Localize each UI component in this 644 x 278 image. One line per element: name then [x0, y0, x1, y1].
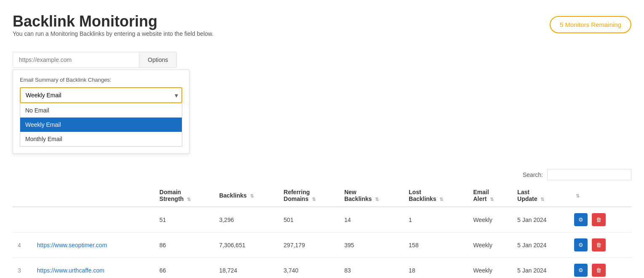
col-new-backlinks: NewBacklinks ⇅	[339, 184, 404, 207]
col-num	[13, 184, 32, 207]
cell-lost-backlinks: 158	[404, 233, 468, 258]
site-link-anchor[interactable]: https://www.seoptimer.com	[37, 242, 107, 249]
site-link-anchor[interactable]: https://www.urthcaffe.com	[37, 267, 104, 274]
cell-email-alert: Weekly	[468, 207, 512, 233]
sort-icon-last-update[interactable]: ⇅	[540, 197, 544, 202]
delete-button[interactable]: 🗑	[592, 264, 606, 277]
cell-row-num	[13, 207, 32, 233]
cell-domain-strength: 86	[154, 233, 214, 258]
cell-actions: ⚙🗑	[569, 258, 631, 278]
cell-last-update: 5 Jan 2024	[512, 258, 569, 278]
trash-icon: 🗑	[596, 242, 601, 248]
search-input[interactable]	[547, 169, 631, 180]
sort-icon-actions[interactable]: ⇅	[576, 193, 580, 199]
action-buttons: ⚙🗑	[574, 238, 626, 251]
col-last-update: LastUpdate ⇅	[512, 184, 569, 207]
cell-row-num: 4	[13, 233, 32, 258]
options-tab-button[interactable]: Options	[139, 52, 177, 68]
cell-actions: ⚙🗑	[569, 233, 631, 258]
sort-icon-referring[interactable]: ⇅	[312, 197, 316, 202]
email-options-panel: Email Summary of Backlink Changes: No Em…	[13, 70, 189, 154]
cell-new-backlinks: 14	[339, 207, 404, 233]
action-buttons: ⚙🗑	[574, 264, 626, 277]
sort-icon-domain[interactable]: ⇅	[187, 197, 191, 202]
cell-actions: ⚙🗑	[569, 207, 631, 233]
cell-referring-domains: 297,179	[279, 233, 339, 258]
trash-icon: 🗑	[596, 217, 601, 223]
sort-icon-new[interactable]: ⇅	[375, 197, 379, 202]
dropdown-options-list: No Email Weekly Email Monthly Email	[20, 103, 182, 147]
dropdown-option-monthly-email[interactable]: Monthly Email	[20, 132, 182, 146]
cell-referring-domains: 501	[279, 207, 339, 233]
col-lost-backlinks: LostBacklinks ⇅	[404, 184, 468, 207]
col-url	[32, 184, 154, 207]
url-input[interactable]	[13, 52, 139, 68]
table-row: 3https://www.urthcaffe.com6618,7243,7408…	[13, 258, 631, 278]
col-domain-strength: DomainStrength ⇅	[154, 184, 214, 207]
gear-icon: ⚙	[578, 267, 583, 273]
page-subtitle: You can run a Monitoring Backlinks by en…	[13, 30, 213, 37]
dropdown-label: Email Summary of Backlink Changes:	[20, 77, 182, 83]
cell-backlinks: 7,306,651	[214, 233, 279, 258]
cell-email-alert: Weekly	[468, 233, 512, 258]
table-row: 4https://www.seoptimer.com867,306,651297…	[13, 233, 631, 258]
table-row: 513,296501141Weekly5 Jan 2024⚙🗑	[13, 207, 631, 233]
monitors-remaining-badge: 5 Monitors Remaining	[550, 16, 631, 33]
cell-url	[32, 207, 154, 233]
cell-url: https://www.seoptimer.com	[32, 233, 154, 258]
backlinks-table: DomainStrength ⇅ Backlinks ⇅ ReferringDo…	[13, 184, 631, 278]
cell-domain-strength: 66	[154, 258, 214, 278]
page-title: Backlink Monitoring	[13, 13, 213, 30]
cell-lost-backlinks: 1	[404, 207, 468, 233]
search-bar: Search:	[13, 169, 631, 180]
cell-lost-backlinks: 18	[404, 258, 468, 278]
dropdown-option-no-email[interactable]: No Email	[20, 103, 182, 118]
delete-button[interactable]: 🗑	[592, 238, 606, 251]
cell-last-update: 5 Jan 2024	[512, 207, 569, 233]
trash-icon: 🗑	[596, 267, 601, 273]
settings-button[interactable]: ⚙	[574, 238, 588, 251]
sort-icon-lost[interactable]: ⇅	[439, 197, 443, 202]
cell-row-num: 3	[13, 258, 32, 278]
cell-last-update: 5 Jan 2024	[512, 233, 569, 258]
sort-icon-backlinks[interactable]: ⇅	[250, 193, 254, 199]
dropdown-option-weekly-email[interactable]: Weekly Email	[20, 118, 182, 132]
col-email-alert: EmailAlert ⇅	[468, 184, 512, 207]
col-actions: ⇅	[569, 184, 631, 207]
gear-icon: ⚙	[578, 242, 583, 248]
settings-button[interactable]: ⚙	[574, 213, 588, 226]
cell-email-alert: Weekly	[468, 258, 512, 278]
sort-icon-email[interactable]: ⇅	[490, 197, 494, 202]
cell-new-backlinks: 83	[339, 258, 404, 278]
cell-new-backlinks: 395	[339, 233, 404, 258]
input-area: Options	[13, 52, 631, 68]
cell-backlinks: 18,724	[214, 258, 279, 278]
cell-domain-strength: 51	[154, 207, 214, 233]
settings-button[interactable]: ⚙	[574, 264, 588, 277]
delete-button[interactable]: 🗑	[592, 213, 606, 226]
cell-backlinks: 3,296	[214, 207, 279, 233]
search-label: Search:	[523, 171, 543, 178]
email-frequency-select[interactable]: No Email Weekly Email Monthly Email	[20, 87, 182, 103]
cell-url: https://www.urthcaffe.com	[32, 258, 154, 278]
action-buttons: ⚙🗑	[574, 213, 626, 226]
cell-referring-domains: 3,740	[279, 258, 339, 278]
col-referring-domains: ReferringDomains ⇅	[279, 184, 339, 207]
gear-icon: ⚙	[578, 217, 583, 223]
col-backlinks: Backlinks ⇅	[214, 184, 279, 207]
